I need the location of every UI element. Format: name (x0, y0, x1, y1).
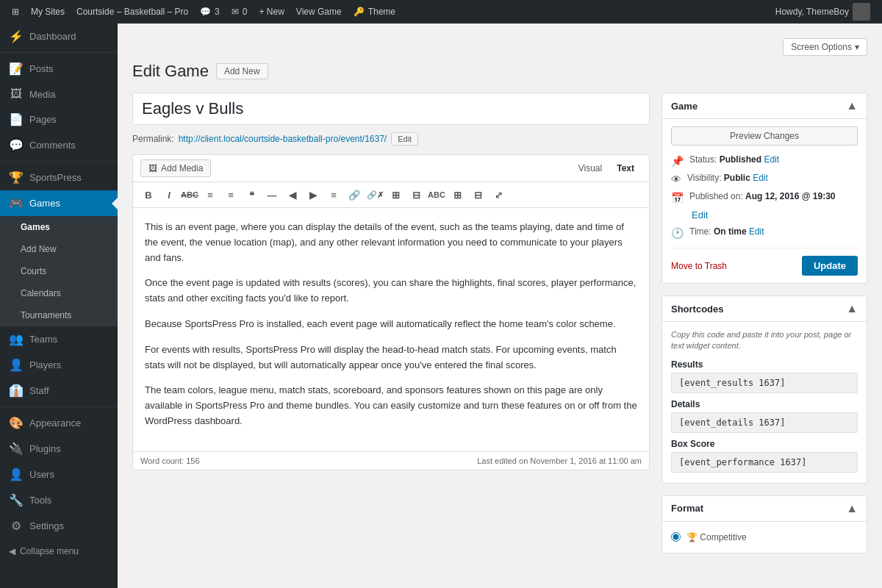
sidebar-submenu-add-new[interactable]: Add New (0, 238, 118, 260)
sidebar-item-staff[interactable]: 👔 Staff (0, 378, 118, 404)
shortcode-boxscore-label: Box Score (671, 439, 858, 449)
preview-changes-button[interactable]: Preview Changes (671, 126, 858, 146)
wp-icon: ⊞ (12, 7, 19, 17)
sidebar-item-plugins[interactable]: 🔌 Plugins (0, 436, 118, 462)
sidebar-item-pages[interactable]: 📄 Pages (0, 107, 118, 132)
strikethrough-button[interactable]: ABC (180, 185, 199, 204)
screen-options-button[interactable]: Screen Options ▾ (783, 38, 867, 56)
status-edit-link[interactable]: Edit (764, 154, 779, 165)
metabox-actions: Move to Trash Update (671, 248, 858, 276)
game-metabox-header[interactable]: Game ▲ (662, 93, 867, 119)
theme-link[interactable]: 🔑 Theme (348, 0, 401, 24)
theme-icon: 🔑 (354, 7, 365, 17)
move-to-trash-link[interactable]: Move to Trash (671, 261, 727, 271)
shortcode-boxscore-code[interactable]: [event_performance 1637] (671, 452, 858, 473)
unordered-list-button[interactable]: ≡ (201, 185, 220, 204)
add-media-button[interactable]: 🖼 Add Media (140, 159, 211, 177)
game-metabox-toggle[interactable]: ▲ (846, 99, 858, 112)
visibility-row: 👁 Visibility: Public Edit (671, 173, 858, 185)
permalink-url[interactable]: http://client.local/courtside-basketball… (179, 134, 387, 144)
tab-text[interactable]: Text (609, 160, 642, 176)
shortcodes-metabox-toggle[interactable]: ▲ (846, 302, 858, 315)
sidebar-item-comments[interactable]: 💬 Comments (0, 132, 118, 158)
format-metabox-toggle[interactable]: ▲ (846, 502, 858, 515)
horizontal-rule-button[interactable]: — (262, 185, 282, 204)
sidebar-submenu-calendars[interactable]: Calendars (0, 282, 118, 304)
users-icon: 👤 (9, 467, 24, 481)
special-char-button[interactable]: ⊟ (468, 185, 487, 204)
settings-icon: ⚙ (9, 519, 24, 533)
active-arrow (112, 198, 118, 209)
howdy[interactable]: Howdy, ThemeBoy (770, 0, 876, 24)
insert-more-button[interactable]: ⊞ (386, 185, 405, 204)
sidebar-submenu-all-games[interactable]: Games (0, 216, 118, 238)
new-content[interactable]: + New (253, 0, 290, 24)
messages-count[interactable]: ✉ 0 (226, 0, 254, 24)
view-tabs: Visual Text (571, 160, 642, 176)
align-left-button[interactable]: ◀ (283, 185, 302, 204)
edit-layout: Permalink: http://client.local/courtside… (132, 93, 867, 565)
calendar-icon: 📅 (671, 192, 684, 204)
pages-icon: 📄 (9, 112, 24, 126)
format-competitive-radio[interactable] (671, 532, 681, 542)
status-icon: 📌 (671, 155, 684, 167)
table-button[interactable]: ⊞ (448, 185, 467, 204)
permalink-edit-button[interactable]: Edit (391, 132, 418, 146)
published-edit-link[interactable]: Edit (692, 209, 708, 220)
time-edit-link[interactable]: Edit (749, 226, 764, 237)
fullscreen-button[interactable]: ⊟ (406, 185, 426, 204)
bold-button[interactable]: B (139, 185, 158, 204)
comments-count[interactable]: 💬 3 (194, 0, 226, 24)
distraction-free-button[interactable]: ⤢ (489, 185, 508, 204)
wp-logo[interactable]: ⊞ (6, 0, 25, 24)
editor-toolbar-top: 🖼 Add Media Visual Text (133, 155, 649, 182)
site-name[interactable]: Courtside – Basketball – Pro (71, 0, 194, 24)
sidebar-item-players[interactable]: 👤 Players (0, 352, 118, 378)
shortcode-results-code[interactable]: [event_results 1637] (671, 373, 858, 393)
sidebar-submenu-tournaments[interactable]: Tournaments (0, 304, 118, 326)
my-sites[interactable]: My Sites (25, 0, 71, 24)
shortcodes-metabox-header[interactable]: Shortcodes ▲ (662, 296, 867, 322)
view-game[interactable]: View Game (290, 0, 348, 24)
appearance-icon: 🎨 (9, 416, 24, 430)
align-right-button[interactable]: ≡ (324, 185, 343, 204)
sidebar-column: Game ▲ Preview Changes 📌 Status: Publish… (662, 93, 867, 565)
sidebar-item-settings[interactable]: ⚙ Settings (0, 513, 118, 539)
sidebar-item-tools[interactable]: 🔧 Tools (0, 487, 118, 513)
status-row: 📌 Status: Published Edit (671, 154, 858, 167)
link-button[interactable]: 🔗 (345, 185, 364, 204)
italic-button[interactable]: I (159, 185, 179, 204)
add-new-button[interactable]: Add New (216, 63, 268, 79)
format-metabox-header[interactable]: Format ▲ (662, 496, 867, 522)
visibility-edit-link[interactable]: Edit (753, 173, 768, 183)
sidebar-item-games[interactable]: 🎮 Games (0, 190, 118, 216)
tab-visual[interactable]: Visual (571, 160, 609, 176)
post-title-input[interactable] (132, 93, 650, 125)
spellcheck-button[interactable]: ABC (427, 185, 446, 204)
sidebar-item-media[interactable]: 🖼 Media (0, 82, 118, 107)
sidebar-item-posts[interactable]: 📝 Posts (0, 56, 118, 82)
unlink-button[interactable]: 🔗✗ (365, 185, 384, 204)
content-para-2: Once the event page is updated with resu… (145, 276, 637, 306)
posts-icon: 📝 (9, 62, 24, 76)
update-button[interactable]: Update (802, 256, 858, 276)
collapse-menu[interactable]: ◀ Collapse menu (0, 539, 118, 564)
collapse-icon: ◀ (9, 546, 15, 556)
sidebar-item-teams[interactable]: 👥 Teams (0, 326, 118, 352)
sidebar-item-dashboard[interactable]: ⚡ Dashboard (0, 24, 118, 49)
comment-icon: 💬 (200, 7, 211, 17)
blockquote-button[interactable]: ❝ (242, 185, 261, 204)
media-icon: 🖼 (9, 87, 24, 101)
shortcode-details-label: Details (671, 399, 858, 409)
add-media-icon: 🖼 (148, 163, 157, 173)
sidebar-item-sportspress[interactable]: 🏆 SportsPress (0, 165, 118, 190)
align-center-button[interactable]: ▶ (304, 185, 323, 204)
ordered-list-button[interactable]: ≡ (221, 185, 240, 204)
sidebar-item-users[interactable]: 👤 Users (0, 462, 118, 487)
permalink-bar: Permalink: http://client.local/courtside… (132, 132, 650, 146)
editor-content[interactable]: This is an event page, where you can dis… (133, 208, 649, 451)
sidebar-item-appearance[interactable]: 🎨 Appearance (0, 410, 118, 436)
sidebar-submenu-courts[interactable]: Courts (0, 260, 118, 282)
content-para-5: The team colors, league menu, match stat… (145, 383, 637, 429)
shortcode-details-code[interactable]: [event_details 1637] (671, 412, 858, 433)
